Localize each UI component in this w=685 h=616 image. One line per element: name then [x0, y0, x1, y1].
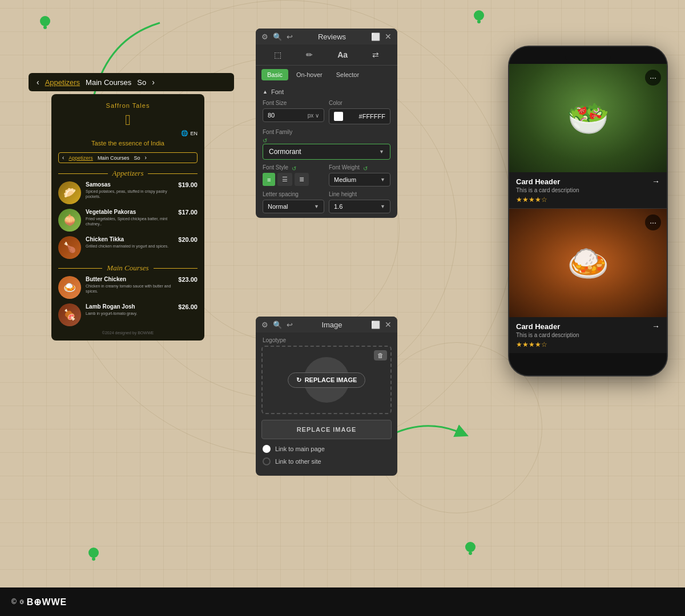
link-other-site-label: Link to other site	[275, 458, 321, 465]
menu-nav-next[interactable]: ›	[152, 78, 155, 87]
minimize-icon[interactable]: ⬜	[371, 321, 380, 329]
menu-item-butter-chicken: 🍛 Butter Chicken Chicken in creamy tomat…	[58, 276, 198, 299]
settings-icon[interactable]: ⚙	[261, 321, 268, 329]
image-panel: ⚙ 🔍 ↩ Image ⬜ ✕ Logotype 🗑 ↻ REPLACE IMA…	[256, 317, 397, 476]
font-size-input[interactable]: 80 px ∨	[263, 108, 324, 122]
link-main-page-option[interactable]: Link to main page	[263, 445, 390, 453]
font-weight-value: Medium	[334, 176, 356, 183]
refresh-icon: ↻	[296, 376, 301, 384]
brush-icon[interactable]: ✏	[301, 48, 317, 62]
shuffle-icon[interactable]: ⇄	[368, 48, 384, 62]
menu-tagline-highlight: India	[151, 140, 164, 147]
menu-tagline: Taste the essence of India	[58, 140, 198, 147]
menu-nav-prev[interactable]: ‹	[37, 78, 39, 87]
image-panel-titlebar: ⚙ 🔍 ↩ Image ⬜ ✕	[256, 317, 397, 333]
phone-card-2-more-btn[interactable]: ···	[645, 214, 661, 230]
tab-on-hover[interactable]: On-hover	[291, 69, 328, 80]
phone-card-1-arrow-icon[interactable]: →	[652, 177, 660, 186]
section-main-header: Main Courses	[58, 264, 198, 273]
font-size-color-row: Font Size 80 px ∨ Color #FFFFFF	[263, 100, 390, 124]
font-style-field: Font Style ↺ ≡ ☰ ≣	[263, 164, 324, 187]
menu-item-tikka: 🍗 Chicken Tikka Grilled chicken marinate…	[58, 236, 198, 259]
align-center-btn[interactable]: ☰	[277, 173, 292, 186]
menu-item-price-tikka: $20.00	[178, 236, 198, 243]
font-style-reset-icon[interactable]: ↺	[292, 165, 296, 172]
phone-card-1-more-btn[interactable]: ···	[645, 70, 661, 86]
menu-header: Saffron Tales 𓅃 🌐 EN Taste the essence o…	[58, 102, 198, 147]
close-icon[interactable]: ✕	[385, 32, 392, 41]
map-marker	[88, 548, 99, 558]
font-color-hex: #FFFFFF	[359, 113, 385, 120]
chevron-down-icon: ▼	[380, 177, 385, 183]
menu-item-name-butter-chicken: Butter Chicken	[86, 276, 174, 282]
settings-icon[interactable]: ⚙	[261, 33, 268, 41]
tab-basic[interactable]: Basic	[261, 69, 288, 80]
menu-nav-item-active: Appetizers	[45, 78, 80, 87]
font-size-unit: px ∨	[308, 112, 319, 119]
line-height-dropdown[interactable]: 1.6 ▼	[329, 200, 390, 213]
phone-card-1-image: 🥗	[509, 64, 667, 172]
font-color-input[interactable]: #FFFFFF	[329, 108, 390, 124]
minimize-icon[interactable]: ⬜	[371, 33, 380, 41]
align-right-btn[interactable]: ≣	[295, 173, 309, 186]
font-family-label: Font Family	[263, 129, 390, 135]
delete-image-btn[interactable]: 🗑	[374, 350, 387, 360]
logotype-label: Logotype	[256, 333, 397, 346]
phone-card-2-arrow-icon[interactable]: →	[652, 322, 660, 331]
reviews-panel-actions: ⬜ ✕	[371, 32, 392, 41]
phone-card-1-stars: ★★★★☆	[516, 196, 660, 204]
cc-icon: ©	[11, 598, 17, 606]
font-weight-reset-icon[interactable]: ↺	[363, 165, 368, 172]
letter-spacing-value: Normal	[268, 203, 288, 210]
menu-item-price-samosas: $19.00	[178, 181, 198, 188]
search-icon[interactable]: 🔍	[273, 321, 282, 329]
close-icon[interactable]: ✕	[385, 320, 392, 329]
menu-globe-row: 🌐 EN	[58, 130, 198, 136]
undo-icon[interactable]: ↩	[287, 33, 293, 41]
font-size-value: 80	[268, 112, 275, 119]
radio-other-site	[263, 457, 271, 465]
menu-item-img-tikka: 🍗	[58, 236, 81, 259]
font-weight-dropdown[interactable]: Medium ▼	[329, 173, 390, 187]
image-panel-actions: ⬜ ✕	[371, 320, 392, 329]
menu-inner-nav-item: So	[134, 155, 140, 161]
align-left-btn[interactable]: ≡	[263, 173, 275, 186]
search-icon[interactable]: 🔍	[273, 33, 282, 41]
undo-icon[interactable]: ↩	[287, 321, 293, 329]
font-weight-field: Font Weight ↺ Medium ▼	[329, 164, 390, 187]
menu-inner-nav-item-active: Appetizers	[68, 155, 93, 161]
menu-lang: EN	[190, 131, 198, 136]
font-icon[interactable]: Aa	[333, 48, 352, 62]
tab-selector[interactable]: Selector	[331, 69, 365, 80]
section-appetizers-title: Appetizers	[112, 169, 144, 178]
replace-image-inner-btn[interactable]: ↻ REPLACE IMAGE	[288, 372, 366, 388]
menu-item-name-samosas: Samosas	[86, 181, 174, 188]
menu-item-info-pakoras: Vegetable Pakoras Fried vegetables, Spic…	[86, 209, 174, 226]
copyright-section: © 🄯 B⊕WWE	[11, 597, 67, 607]
reviews-tabs: Basic On-hover Selector	[256, 66, 397, 84]
phone-card-2-stars: ★★★★☆	[516, 341, 660, 348]
link-other-site-option[interactable]: Link to other site	[263, 457, 390, 465]
replace-image-outer-btn[interactable]: REPLACE IMAGE	[261, 420, 392, 439]
reviews-panel: ⚙ 🔍 ↩ Reviews ⬜ ✕ ⬚ ✏ Aa ⇄ Basic On-hove…	[256, 29, 397, 218]
menu-item-name-tikka: Chicken Tikka	[86, 236, 174, 242]
font-style-weight-row: Font Style ↺ ≡ ☰ ≣ Font Weight ↺ Medium …	[263, 164, 390, 187]
font-section-title: ▲ Font	[263, 88, 390, 95]
layout-icon[interactable]: ⬚	[269, 48, 286, 62]
letter-spacing-dropdown[interactable]: Normal ▼	[263, 200, 324, 213]
chevron-down-icon: ▼	[380, 204, 385, 209]
section-main-title: Main Courses	[107, 264, 148, 273]
font-family-dropdown[interactable]: Cormorant ▼	[263, 144, 390, 160]
section-appetizers-header: Appetizers	[58, 169, 198, 178]
image-drop-zone[interactable]: 🗑 ↻ REPLACE IMAGE	[261, 346, 392, 414]
spacing-lineheight-row: Letter spacing Normal ▼ Line height 1.6 …	[263, 191, 390, 213]
menu-item-info-samosas: Samosas Spiced potatoes, peas, stuffed i…	[86, 181, 174, 199]
menu-nav-outer: ‹ Appetizers Main Courses So ›	[29, 73, 234, 91]
font-family-reset-icon[interactable]: ↺	[263, 137, 267, 144]
menu-item-desc-tikka: Grilled chicken marinated in yogurt and …	[86, 244, 174, 249]
font-family-value: Cormorant	[269, 148, 301, 156]
menu-item-price-butter-chicken: $23.00	[178, 276, 198, 283]
menu-item-img-butter-chicken: 🍛	[58, 276, 81, 299]
replace-image-inner-label: REPLACE IMAGE	[305, 376, 357, 383]
letter-spacing-label: Letter spacing	[263, 191, 324, 197]
